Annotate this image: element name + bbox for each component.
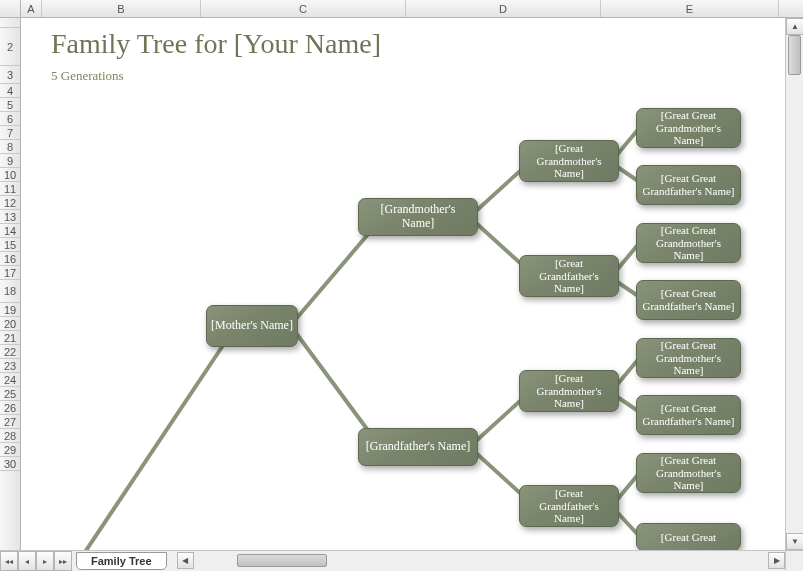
row-2[interactable]: 2 [0, 28, 20, 66]
node-grandfather[interactable]: [Grandfather's Name] [358, 428, 478, 466]
node-grandmother[interactable]: [Grandmother's Name] [358, 198, 478, 236]
row-4[interactable]: 4 [0, 84, 20, 98]
scroll-right-icon[interactable]: ▶ [768, 552, 785, 569]
node-gg-grandmother-3[interactable]: [Great Great Grandmother's Name] [636, 338, 741, 378]
h-scrollbar[interactable]: ◀ ▶ [177, 551, 803, 571]
tab-nav-last-icon[interactable]: ▸▸ [54, 551, 72, 571]
row-20[interactable]: 20 [0, 317, 20, 331]
page-subtitle: 5 Generations [51, 68, 124, 84]
worksheet-canvas[interactable]: Family Tree for [Your Name] 5 Generation… [21, 18, 785, 550]
row-11[interactable]: 11 [0, 182, 20, 196]
col-E[interactable]: E [601, 0, 779, 17]
col-B[interactable]: B [42, 0, 201, 17]
scroll-corner [785, 550, 803, 571]
col-C[interactable]: C [201, 0, 406, 17]
col-D[interactable]: D [406, 0, 601, 17]
row-3[interactable]: 3 [0, 66, 20, 84]
grid-corner[interactable] [0, 0, 21, 18]
row-23[interactable]: 23 [0, 359, 20, 373]
node-gg-partial[interactable]: [Great Great [636, 523, 741, 550]
node-gg-grandfather-3[interactable]: [Great Great Grandfather's Name] [636, 395, 741, 435]
node-gg-grandmother-4[interactable]: [Great Great Grandmother's Name] [636, 453, 741, 493]
row-12[interactable]: 12 [0, 196, 20, 210]
col-A[interactable]: A [21, 0, 42, 17]
row-15[interactable]: 15 [0, 238, 20, 252]
row-17[interactable]: 17 [0, 266, 20, 280]
row-29[interactable]: 29 [0, 443, 20, 457]
node-gg-partial-text: [Great Great [661, 531, 716, 544]
row-25[interactable]: 25 [0, 387, 20, 401]
row-19[interactable]: 19 [0, 303, 20, 317]
row-8[interactable]: 8 [0, 140, 20, 154]
row-22[interactable]: 22 [0, 345, 20, 359]
node-great-grandfather-2[interactable]: [Great Grandfather's Name] [519, 485, 619, 527]
row-9[interactable]: 9 [0, 154, 20, 168]
row-top[interactable] [0, 18, 20, 28]
sheet-tab-family-tree[interactable]: Family Tree [76, 552, 167, 570]
node-mother[interactable]: [Mother's Name] [206, 305, 298, 347]
row-16[interactable]: 16 [0, 252, 20, 266]
tab-nav-prev-icon[interactable]: ◂ [18, 551, 36, 571]
v-scrollbar[interactable]: ▲ ▼ [785, 18, 803, 550]
scroll-up-icon[interactable]: ▲ [786, 18, 803, 35]
node-great-grandfather-1[interactable]: [Great Grandfather's Name] [519, 255, 619, 297]
row-28[interactable]: 28 [0, 429, 20, 443]
tab-nav-first-icon[interactable]: ◂◂ [0, 551, 18, 571]
row-7[interactable]: 7 [0, 126, 20, 140]
row-30[interactable]: 30 [0, 457, 20, 471]
node-gg-grandmother-1[interactable]: [Great Great Grandmother's Name] [636, 108, 741, 148]
h-scroll-thumb[interactable] [237, 554, 327, 567]
tab-nav-next-icon[interactable]: ▸ [36, 551, 54, 571]
page-title: Family Tree for [Your Name] [51, 28, 381, 60]
row-21[interactable]: 21 [0, 331, 20, 345]
column-headers: A B C D E [0, 0, 803, 18]
row-5[interactable]: 5 [0, 98, 20, 112]
node-gg-grandfather-2[interactable]: [Great Great Grandfather's Name] [636, 280, 741, 320]
row-6[interactable]: 6 [0, 112, 20, 126]
row-10[interactable]: 10 [0, 168, 20, 182]
v-scroll-thumb[interactable] [788, 35, 801, 75]
row-14[interactable]: 14 [0, 224, 20, 238]
scroll-down-icon[interactable]: ▼ [786, 533, 803, 550]
row-26[interactable]: 26 [0, 401, 20, 415]
row-13[interactable]: 13 [0, 210, 20, 224]
node-great-grandmother-2[interactable]: [Great Grandmother's Name] [519, 370, 619, 412]
node-gg-grandfather-1[interactable]: [Great Great Grandfather's Name] [636, 165, 741, 205]
row-18[interactable]: 18 [0, 280, 20, 303]
node-gg-grandmother-2[interactable]: [Great Great Grandmother's Name] [636, 223, 741, 263]
row-headers: 2345678910111213141516171819202122232425… [0, 18, 21, 550]
scroll-left-icon[interactable]: ◀ [177, 552, 194, 569]
row-24[interactable]: 24 [0, 373, 20, 387]
row-27[interactable]: 27 [0, 415, 20, 429]
node-great-grandmother-1[interactable]: [Great Grandmother's Name] [519, 140, 619, 182]
sheet-tab-bar: ◂◂ ◂ ▸ ▸▸ Family Tree ◀ ▶ [0, 550, 803, 571]
